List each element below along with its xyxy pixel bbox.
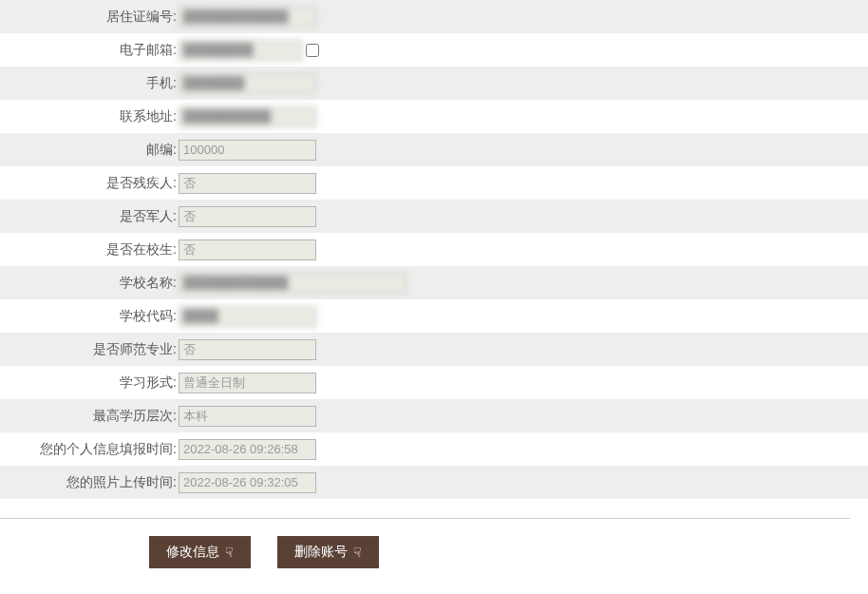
form-row-military: 是否军人: bbox=[0, 200, 868, 233]
label-school-code: 学校代码: bbox=[0, 308, 179, 325]
label-highest-edu: 最高学历层次: bbox=[0, 408, 179, 425]
edit-button-label: 修改信息 bbox=[166, 544, 219, 561]
label-info-time: 您的个人信息填报时间: bbox=[0, 441, 179, 458]
input-military[interactable] bbox=[179, 206, 316, 227]
input-disabled[interactable] bbox=[179, 173, 316, 194]
delete-account-button[interactable]: 删除账号 ☟ bbox=[277, 536, 379, 568]
label-postcode: 邮编: bbox=[0, 142, 179, 159]
input-address[interactable] bbox=[179, 106, 316, 127]
label-residence-permit: 居住证编号: bbox=[0, 9, 179, 26]
label-disabled: 是否残疾人: bbox=[0, 175, 179, 192]
label-normal-major: 是否师范专业: bbox=[0, 341, 179, 358]
input-study-form[interactable] bbox=[179, 373, 316, 393]
form-row-study-form: 学习形式: bbox=[0, 366, 868, 399]
input-student[interactable] bbox=[179, 240, 316, 260]
form-row-school-name: 学校名称: bbox=[0, 266, 868, 299]
hand-pointer-icon: ☟ bbox=[225, 545, 234, 560]
form-row-email: 电子邮箱: bbox=[0, 33, 868, 67]
label-address: 联系地址: bbox=[0, 108, 179, 125]
label-email: 电子邮箱: bbox=[0, 42, 179, 59]
form-row-residence-permit: 居住证编号: bbox=[0, 0, 868, 33]
button-row: 修改信息 ☟ 删除账号 ☟ bbox=[0, 536, 868, 568]
input-residence-permit[interactable] bbox=[179, 7, 316, 28]
input-phone[interactable] bbox=[179, 73, 316, 94]
hand-pointer-icon: ☟ bbox=[353, 545, 362, 560]
input-email[interactable] bbox=[179, 40, 302, 61]
form-row-postcode: 邮编: bbox=[0, 133, 868, 166]
input-info-time[interactable] bbox=[179, 439, 316, 460]
label-military: 是否军人: bbox=[0, 208, 179, 225]
form-row-school-code: 学校代码: bbox=[0, 299, 868, 333]
form-row-address: 联系地址: bbox=[0, 100, 868, 133]
form-row-normal-major: 是否师范专业: bbox=[0, 333, 868, 366]
label-student: 是否在校生: bbox=[0, 241, 179, 259]
label-study-form: 学习形式: bbox=[0, 374, 179, 392]
form-row-student: 是否在校生: bbox=[0, 233, 868, 266]
delete-button-label: 删除账号 bbox=[294, 544, 348, 561]
input-highest-edu[interactable] bbox=[179, 406, 316, 427]
form-row-photo-time: 您的照片上传时间: bbox=[0, 466, 868, 499]
personal-info-form: 居住证编号: 电子邮箱: 手机: 联系地址: 邮编: 是否残疾人: 是否军人: … bbox=[0, 0, 868, 568]
edit-info-button[interactable]: 修改信息 ☟ bbox=[149, 536, 251, 568]
checkbox-email[interactable] bbox=[306, 44, 319, 57]
label-photo-time: 您的照片上传时间: bbox=[0, 474, 179, 491]
label-phone: 手机: bbox=[0, 75, 179, 92]
divider bbox=[0, 518, 850, 519]
input-school-name[interactable] bbox=[179, 273, 406, 294]
form-row-phone: 手机: bbox=[0, 67, 868, 100]
input-normal-major[interactable] bbox=[179, 339, 316, 360]
input-school-code[interactable] bbox=[179, 306, 316, 327]
label-school-name: 学校名称: bbox=[0, 275, 179, 292]
form-row-highest-edu: 最高学历层次: bbox=[0, 399, 868, 432]
input-postcode[interactable] bbox=[179, 140, 316, 161]
form-row-info-time: 您的个人信息填报时间: bbox=[0, 432, 868, 466]
input-photo-time[interactable] bbox=[179, 472, 316, 493]
form-row-disabled: 是否残疾人: bbox=[0, 166, 868, 200]
